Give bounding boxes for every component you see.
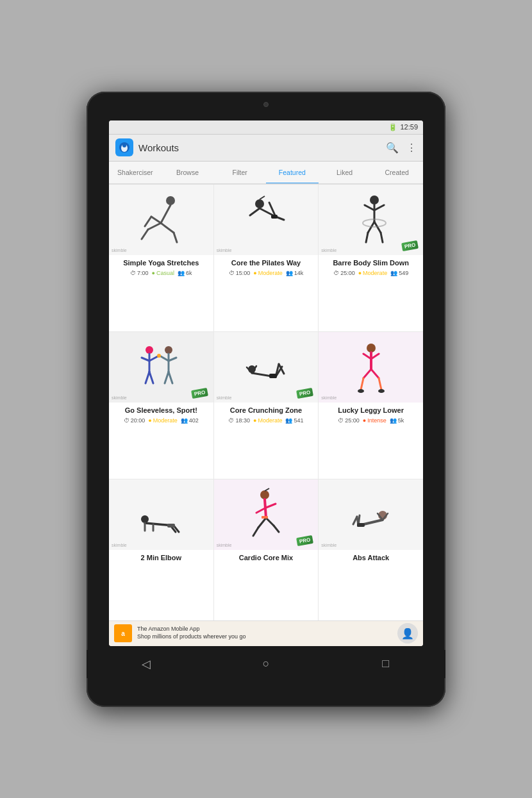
svg-point-48 — [367, 344, 376, 353]
workout-card-2min-elbow[interactable]: skimble 2 Min Elbow — [109, 479, 213, 620]
clock-icon: ⏱ — [338, 417, 344, 424]
card-title: Core the Pilates Way — [217, 258, 315, 267]
workout-card-cardio-core[interactable]: PRO skimble Cardio Core Mix — [214, 479, 319, 620]
tab-browse[interactable]: Browse — [162, 162, 214, 184]
time-display: 12:59 — [400, 123, 418, 131]
svg-line-36 — [169, 358, 176, 361]
card-meta: ⏱ 15:00 ●Moderate 👥14k — [217, 270, 315, 276]
home-button[interactable]: ○ — [254, 653, 278, 676]
clock-icon: ⏱ — [228, 417, 234, 424]
count-meta: 👥14k — [286, 270, 304, 276]
svg-rect-74 — [262, 516, 268, 519]
search-icon[interactable]: 🔍 — [386, 142, 399, 154]
watermark: skimble — [112, 395, 127, 400]
card-image-core-pilates: skimble — [214, 185, 319, 255]
card-info-abs-attack: Abs Attack — [319, 550, 423, 569]
back-button[interactable]: ◁ — [135, 653, 158, 676]
card-title: Cardio Core Mix — [217, 553, 315, 562]
watermark: skimble — [321, 543, 337, 547]
time-meta: ⏱ 25:00 — [338, 417, 360, 424]
card-title: 2 Min Elbow — [112, 553, 210, 562]
time-meta: ⏱ 7:00 — [130, 270, 149, 276]
watermark: skimble — [112, 248, 127, 253]
watermark: skimble — [321, 395, 337, 400]
svg-rect-17 — [271, 215, 278, 219]
svg-line-6 — [142, 229, 148, 239]
status-bar: 🔋 12:59 — [109, 121, 423, 135]
tab-created[interactable]: Created — [370, 162, 423, 184]
more-icon[interactable]: ⋮ — [406, 142, 417, 154]
tab-shakerciser[interactable]: Shakerciser — [109, 162, 162, 184]
svg-line-52 — [363, 369, 371, 378]
tablet-device: 🔋 12:59 Workouts 🔍 ⋮ Shakerciser — [87, 92, 445, 707]
time-meta: ⏱ 15:00 — [229, 270, 251, 276]
svg-line-70 — [258, 518, 266, 528]
svg-line-21 — [374, 205, 384, 210]
card-title: Go Sleeveless, Sport! — [112, 406, 210, 415]
workout-card-abs-attack[interactable]: skimble Abs Attack — [319, 479, 423, 620]
svg-point-65 — [260, 490, 269, 499]
card-info-go-sleeveless: Go Sleeveless, Sport! ⏱ 20:00 ●Moderate … — [109, 403, 213, 428]
workout-card-simple-yoga[interactable]: skimble Simple Yoga Stretches ⏱ 7:00 ●Ca… — [109, 185, 213, 331]
tab-liked[interactable]: Liked — [319, 162, 371, 184]
card-info-core-crunching: Core Crunching Zone ⏱ 18:30 ●Moderate 👥5… — [214, 403, 319, 428]
svg-line-55 — [379, 378, 381, 390]
svg-line-80 — [353, 517, 357, 524]
card-image-simple-yoga: skimble — [109, 185, 213, 255]
card-image-barre: PRO skimble — [319, 185, 423, 255]
count-meta: 👥5k — [390, 417, 404, 424]
watermark: skimble — [112, 543, 127, 547]
tab-featured[interactable]: Featured — [266, 162, 319, 184]
svg-point-33 — [165, 346, 172, 354]
recent-button[interactable]: □ — [374, 653, 397, 676]
tab-filter[interactable]: Filter — [213, 162, 266, 184]
svg-line-23 — [366, 233, 368, 242]
count-meta: 👥549 — [390, 270, 408, 276]
workout-card-barre[interactable]: PRO skimble Barre Body Slim Down ⏱ 25:00… — [319, 185, 423, 331]
amazon-logo: a — [114, 624, 132, 642]
card-info-core-pilates: Core the Pilates Way ⏱ 15:00 ●Moderate 👥… — [214, 255, 319, 280]
ad-line1: The Amazon Mobile App — [137, 626, 246, 633]
ad-person-image: 👤 — [397, 623, 418, 644]
svg-line-29 — [149, 356, 158, 361]
svg-point-2 — [122, 144, 126, 147]
pro-badge: PRO — [191, 388, 208, 399]
card-info-barre: Barre Body Slim Down ⏱ 25:00 ●Moderate 👥… — [319, 255, 423, 280]
svg-point-11 — [255, 199, 264, 208]
svg-point-27 — [145, 346, 153, 354]
clock-icon: ⏱ — [124, 417, 129, 424]
app-icon — [115, 138, 133, 156]
time-meta: ⏱ 25:00 — [333, 270, 355, 276]
svg-rect-47 — [269, 374, 277, 378]
svg-line-35 — [161, 356, 169, 361]
difficulty-meta: ●Moderate — [358, 270, 387, 276]
card-title: Simple Yoga Stretches — [112, 258, 210, 267]
card-image-abs-attack: skimble — [319, 479, 423, 550]
time-meta: ⏱ 18:30 — [228, 417, 250, 424]
workout-card-core-crunching[interactable]: PRO skimble Core Crunching Zone ⏱ 18:30 … — [214, 332, 319, 479]
card-meta: ⏱ 20:00 ●Moderate 👥402 — [112, 417, 210, 424]
clock-icon: ⏱ — [333, 270, 339, 276]
workout-card-lucky-leggy[interactable]: skimble Lucky Leggy Lower ⏱ 25:00 ●Inten… — [319, 332, 423, 479]
screen: 🔋 12:59 Workouts 🔍 ⋮ Shakerciser — [109, 121, 423, 646]
top-bar: Workouts 🔍 ⋮ — [109, 135, 423, 162]
card-image-lucky-leggy: skimble — [319, 332, 423, 403]
svg-line-38 — [169, 372, 172, 383]
workout-card-go-sleeveless[interactable]: PRO skimble Go Sleeveless, Sport! ⏱ 20:0… — [109, 332, 213, 479]
svg-point-56 — [358, 389, 364, 393]
watermark: skimble — [217, 395, 232, 400]
ad-text: The Amazon Mobile App Shop millions of p… — [137, 626, 246, 640]
time-meta: ⏱ 20:00 — [124, 417, 145, 424]
svg-line-71 — [253, 528, 258, 536]
svg-line-37 — [165, 372, 169, 383]
workout-card-core-pilates[interactable]: skimble Core the Pilates Way ⏱ 15:00 ●Mo… — [214, 185, 319, 331]
svg-point-18 — [370, 195, 379, 204]
svg-line-12 — [260, 196, 265, 199]
svg-point-57 — [378, 389, 385, 393]
svg-line-20 — [365, 205, 374, 210]
ad-banner[interactable]: a The Amazon Mobile App Shop millions of… — [109, 620, 423, 646]
card-info-lucky-leggy: Lucky Leggy Lower ⏱ 25:00 ●Intense 👥5k — [319, 403, 423, 428]
watermark: skimble — [217, 543, 232, 547]
clock-icon: ⏱ — [229, 270, 235, 276]
svg-line-4 — [161, 205, 170, 223]
